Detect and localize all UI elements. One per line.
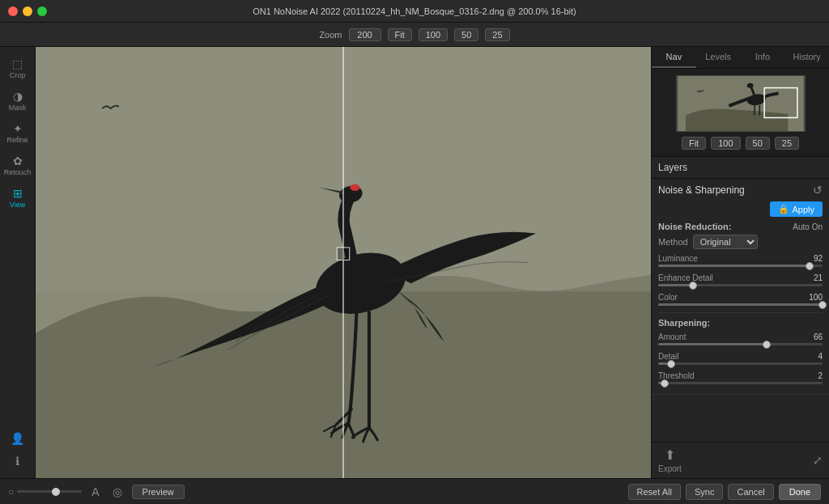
window-title: ON1 NoNoise AI 2022 (20110224_hh_NM_Bosq… — [253, 6, 576, 16]
canvas-area[interactable] — [36, 47, 651, 478]
color-slider[interactable] — [658, 303, 823, 306]
tool-crop[interactable]: ⬚ Crop — [3, 53, 32, 84]
color-slider-row: Color 100 — [658, 293, 823, 306]
amount-slider[interactable] — [658, 343, 823, 345]
tool-crop-label: Crop — [10, 71, 26, 79]
export-area[interactable]: ⬆ Export — [658, 447, 682, 473]
panel-tabs: Nav Levels Info History — [652, 47, 829, 69]
crop-icon: ⬚ — [12, 58, 23, 70]
preview-25-btn[interactable]: 25 — [775, 137, 799, 150]
tool-refine-label: Refine — [6, 136, 28, 144]
titlebar: ON1 NoNoise AI 2022 (20110224_hh_NM_Bosq… — [0, 0, 829, 23]
method-row: Method Original Enhanced — [658, 235, 823, 249]
svg-point-10 — [746, 83, 753, 88]
window-controls — [8, 6, 47, 16]
enhance-detail-slider[interactable] — [658, 284, 823, 286]
bottom-toolbar: ○ A ◎ Preview Reset All Sync Cancel Done — [0, 478, 829, 504]
tool-retouch[interactable]: ✿ Retouch — [3, 150, 32, 181]
mask-icon: ◑ — [13, 91, 23, 102]
nav-preview: Fit 100 50 25 — [652, 69, 829, 157]
user-icon: 👤 — [11, 433, 24, 444]
tool-mask-label: Mask — [9, 104, 27, 112]
luminance-slider[interactable] — [658, 265, 823, 267]
cancel-button[interactable]: Cancel — [728, 484, 773, 500]
text-button[interactable]: A — [88, 484, 102, 500]
sharpening-title: Sharpening: — [658, 318, 823, 328]
apply-button[interactable]: 🔒 Apply — [770, 201, 823, 217]
tool-mask[interactable]: ◑ Mask — [3, 86, 32, 116]
zoom-25-button[interactable]: 25 — [485, 28, 509, 41]
opacity-slider[interactable] — [17, 490, 82, 493]
thumbnail-canvas — [677, 76, 805, 131]
minimize-button[interactable] — [23, 6, 32, 16]
enhance-detail-slider-row: Enhance Detail 21 — [658, 273, 823, 286]
section-header: Noise & Sharpening ↺ — [658, 184, 823, 197]
zoom-fit-button[interactable]: Fit — [388, 28, 412, 41]
auto-on-label: Auto On — [793, 222, 823, 231]
divider — [658, 312, 823, 313]
luminance-value: 92 — [814, 254, 823, 263]
reset-all-button[interactable]: Reset All — [628, 484, 681, 500]
reset-icon[interactable]: ↺ — [813, 184, 823, 197]
tool-view-label: View — [10, 201, 25, 209]
maximize-button[interactable] — [37, 6, 47, 16]
zoom-100-button[interactable]: 100 — [419, 28, 448, 41]
detail-slider[interactable] — [658, 362, 823, 365]
noise-reduction-header: Noise Reduction: Auto On — [658, 222, 823, 231]
info-icon: ℹ — [15, 455, 19, 467]
tab-levels[interactable]: Levels — [696, 47, 741, 68]
expand-icon-area: ⤢ — [813, 454, 823, 467]
luminance-label-row: Luminance 92 — [658, 254, 823, 263]
tab-nav[interactable]: Nav — [652, 47, 696, 68]
done-button[interactable]: Done — [779, 484, 821, 500]
preview-fit-btn[interactable]: Fit — [682, 137, 706, 150]
preview-button[interactable]: Preview — [132, 485, 185, 499]
zoom-50-button[interactable]: 50 — [454, 28, 478, 41]
bottom-left: ○ A ◎ Preview — [8, 484, 185, 500]
expand-icon: ⤢ — [813, 454, 823, 467]
preview-thumbnail — [676, 75, 806, 132]
luminance-slider-row: Luminance 92 — [658, 254, 823, 267]
zoom-input[interactable] — [349, 28, 381, 41]
svg-rect-7 — [337, 248, 349, 260]
view-icon: ⊞ — [13, 188, 23, 199]
zoom-bar: Zoom Fit 100 50 25 — [0, 23, 829, 47]
refine-icon: ✦ — [13, 123, 23, 134]
noise-reduction-label: Noise Reduction: — [658, 222, 731, 231]
apply-label: Apply — [792, 205, 814, 214]
tab-history[interactable]: History — [784, 47, 829, 68]
enhance-detail-value: 21 — [814, 273, 823, 282]
detail-slider-row: Detail 4 — [658, 352, 823, 365]
preview-100-btn[interactable]: 100 — [711, 137, 740, 150]
svg-point-5 — [350, 184, 359, 191]
threshold-slider-row: Threshold 2 — [658, 371, 823, 384]
detail-label-row: Detail 4 — [658, 352, 823, 361]
tab-info[interactable]: Info — [741, 47, 785, 68]
enhance-detail-label: Enhance Detail — [658, 273, 713, 282]
overlay-button[interactable]: ◎ — [109, 484, 125, 500]
opacity-slider-area: ○ — [8, 486, 82, 498]
apply-icon: 🔒 — [778, 204, 789, 214]
close-button[interactable] — [8, 6, 18, 16]
threshold-slider[interactable] — [658, 382, 823, 384]
method-select[interactable]: Original Enhanced — [693, 235, 758, 249]
layers-title: Layers — [658, 162, 687, 173]
color-label: Color — [658, 293, 678, 302]
tool-info[interactable]: ℹ — [3, 451, 32, 472]
threshold-label-row: Threshold 2 — [658, 371, 823, 380]
tool-user[interactable]: 👤 — [3, 428, 32, 449]
tool-retouch-label: Retouch — [4, 168, 32, 176]
enhance-detail-label-row: Enhance Detail 21 — [658, 273, 823, 282]
main-content: ⬚ Crop ◑ Mask ✦ Refine ✿ Retouch ⊞ View … — [0, 47, 829, 478]
amount-label: Amount — [658, 332, 686, 341]
panel-scroll[interactable]: Layers Noise & Sharpening ↺ 🔒 Apply — [652, 157, 829, 442]
amount-slider-row: Amount 66 — [658, 332, 823, 345]
sync-button[interactable]: Sync — [686, 484, 723, 500]
luminance-label: Luminance — [658, 254, 698, 263]
section-actions: ↺ — [813, 184, 823, 197]
right-panel: Nav Levels Info History — [651, 47, 829, 478]
tool-view[interactable]: ⊞ View — [3, 183, 32, 214]
tool-refine[interactable]: ✦ Refine — [3, 118, 32, 149]
preview-50-btn[interactable]: 50 — [746, 137, 770, 150]
threshold-value: 2 — [818, 371, 823, 380]
